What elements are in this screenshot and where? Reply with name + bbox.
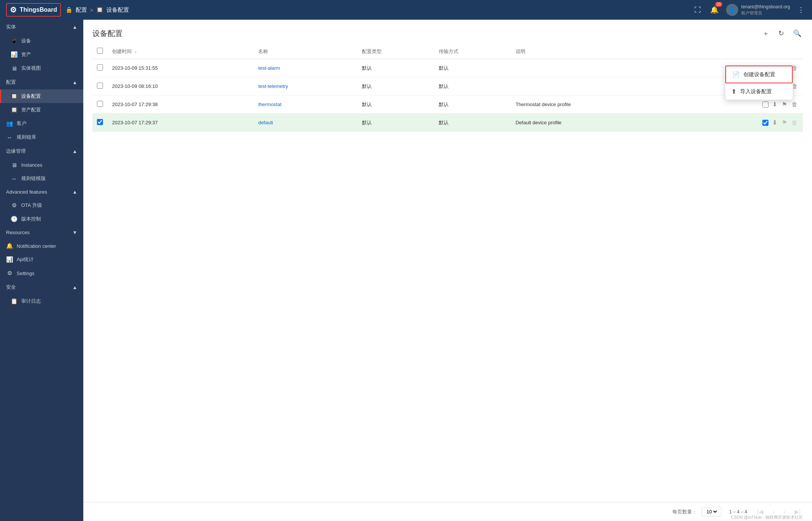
sidebar-section-security[interactable]: 安全 ▲ (0, 280, 83, 294)
sidebar-item-ota-label: OTA 升级 (21, 202, 42, 209)
sidebar-item-entity-view-label: 实体视图 (21, 65, 41, 72)
search-button[interactable]: 🔍 (792, 28, 803, 39)
watermark: CSDN @IoTHub - 物联网开源技术社区 (731, 515, 803, 520)
per-page-select[interactable]: 10 25 50 (705, 508, 718, 515)
sidebar-item-rule-chains[interactable]: ↔ 规则链库 (0, 130, 83, 144)
sidebar-section-edge[interactable]: 边缘管理 ▲ (0, 144, 83, 158)
row-created-at-3: 2023-10-07 17:29:37 (108, 114, 254, 132)
device-profile-table: 创建时间 ↓ 名称 配置类型 传输方式 说明 2023-10-09 15:31:… (92, 44, 803, 132)
dropdown-item-create-label: 创建设备配置 (743, 71, 775, 78)
row-transport-0: 默认 (434, 59, 511, 77)
row-download-btn-3[interactable]: ⬇ (771, 118, 778, 127)
table-row: 2023-10-07 17:29:37 default 默认 默认 Defaul… (92, 114, 803, 132)
user-email: tenant@thingsboard.org (741, 4, 790, 10)
row-config-type-3: 默认 (357, 114, 434, 132)
row-delete-btn-2[interactable]: 🗑 (791, 100, 798, 109)
logo-text: ThingsBoard (20, 6, 57, 13)
rule-chain-template-icon: ↔ (11, 175, 17, 182)
row-default-checkbox-2[interactable] (762, 102, 768, 108)
content-area: 设备配置 ＋ ↻ 🔍 创建时间 ↓ (83, 20, 812, 521)
sidebar-item-customers[interactable]: 👥 客户 (0, 117, 83, 130)
page-title: 设备配置 (92, 28, 123, 39)
sidebar-item-api-stats[interactable]: 📊 Api统计 (0, 253, 83, 266)
logo-icon: ⚙ (10, 5, 17, 14)
sidebar-item-api-stats-label: Api统计 (17, 256, 34, 263)
sidebar-item-notification-center[interactable]: 🔔 Notification center (0, 239, 83, 253)
sidebar-section-entities[interactable]: 实体 ▲ (0, 20, 83, 34)
row-checkbox-cell (92, 95, 108, 114)
sidebar-item-ota[interactable]: ⚙ OTA 升级 (0, 199, 83, 212)
sidebar-item-audit-log[interactable]: 📋 审计日志 (0, 294, 83, 308)
row-name-0[interactable]: test-alarm (254, 59, 357, 77)
user-info: 👤 tenant@thingsboard.org 租户管理员 (726, 4, 790, 16)
notification-wrapper: 🔔 20 (709, 4, 720, 16)
api-stats-icon: 📊 (6, 256, 13, 263)
row-actions-3: ⬇ ⚑ 🗑 (683, 114, 803, 132)
select-all-checkbox[interactable] (97, 48, 103, 54)
sidebar-item-asset-profile[interactable]: 🔲 资产配置 (0, 103, 83, 117)
sidebar-item-settings-label: Settings (17, 271, 34, 276)
more-menu-button[interactable]: ⋮ (796, 4, 806, 16)
add-button[interactable]: ＋ (761, 27, 771, 39)
notification-center-icon: 🔔 (6, 243, 13, 249)
row-default-checkbox-3[interactable] (762, 120, 768, 126)
sidebar-item-version-control[interactable]: 🕐 版本控制 (0, 212, 83, 226)
pagination-info: 1－4－4 (729, 508, 747, 515)
row-name-1[interactable]: test-telemetry (254, 77, 357, 95)
sidebar-item-entity-view[interactable]: 🖥 实体视图 (0, 61, 83, 75)
logo[interactable]: ⚙ ThingsBoard (6, 3, 61, 17)
sidebar-item-settings[interactable]: ⚙ Settings (0, 266, 83, 280)
settings-icon: ⚙ (6, 270, 13, 277)
sidebar-item-instances[interactable]: 🖥 Instances (0, 158, 83, 172)
table-row: 2023-10-09 15:31:55 test-alarm 默认 默认 ⬇ ⚑… (92, 59, 803, 77)
sidebar-section-resources-chevron: ▼ (72, 230, 77, 235)
header-transport: 传输方式 (434, 44, 511, 59)
row-flag-btn-3[interactable]: ⚑ (781, 118, 788, 127)
row-config-type-2: 默认 (357, 95, 434, 114)
sidebar-item-rule-chain-template[interactable]: ↔ 规则链模版 (0, 172, 83, 185)
dropdown-menu: 📄 创建设备配置 ⬆ 导入设备配置 (725, 65, 793, 100)
version-control-icon: 🕐 (11, 216, 17, 222)
sidebar-section-resources[interactable]: Resources ▼ (0, 226, 83, 239)
refresh-button[interactable]: ↻ (777, 28, 786, 39)
sidebar-item-customers-label: 客户 (17, 120, 26, 127)
row-download-btn-2[interactable]: ⬇ (771, 100, 778, 109)
breadcrumb-separator: > (90, 7, 94, 13)
row-created-at-0: 2023-10-09 15:31:55 (108, 59, 254, 77)
instances-icon: 🖥 (11, 162, 17, 168)
row-created-at-2: 2023-10-07 17:29:38 (108, 95, 254, 114)
breadcrumb-label-1[interactable]: 配置 (76, 6, 87, 14)
row-description-0 (511, 59, 683, 77)
entity-view-icon: 🖥 (11, 65, 17, 72)
ota-icon: ⚙ (11, 202, 17, 209)
sidebar-section-entities-chevron: ▲ (72, 24, 77, 30)
sidebar-item-assets-label: 资产 (21, 51, 31, 58)
row-checkbox-cell (92, 77, 108, 95)
fullscreen-button[interactable]: ⛶ (693, 5, 703, 16)
per-page-wrapper[interactable]: 10 25 50 (701, 507, 722, 516)
breadcrumb-label-2[interactable]: 设备配置 (106, 6, 129, 14)
sidebar-item-devices-label: 设备 (21, 38, 31, 44)
row-checkbox-3[interactable] (97, 119, 103, 125)
sidebar-item-rule-chain-template-label: 规则链模版 (21, 175, 46, 182)
row-checkbox-0[interactable] (97, 64, 103, 70)
sidebar-item-devices[interactable]: 📱 设备 (0, 34, 83, 48)
dropdown-item-create[interactable]: 📄 创建设备配置 (725, 66, 793, 83)
header-created-at[interactable]: 创建时间 ↓ (108, 44, 254, 59)
audit-log-icon: 📋 (11, 298, 17, 305)
row-name-2[interactable]: thermostat (254, 95, 357, 114)
row-flag-btn-2[interactable]: ⚑ (781, 100, 788, 109)
row-checkbox-1[interactable] (97, 83, 103, 89)
main-layout: 实体 ▲ 📱 设备 📊 资产 🖥 实体视图 配置 ▲ 🔲 设备配置 🔲 资产配置 (0, 20, 812, 521)
dropdown-item-import[interactable]: ⬆ 导入设备配置 (725, 83, 793, 100)
row-checkbox-2[interactable] (97, 101, 103, 107)
row-name-3[interactable]: default (254, 114, 357, 132)
sidebar-item-device-profile[interactable]: 🔲 设备配置 (0, 89, 83, 103)
top-header: ⚙ ThingsBoard 🔒 配置 > 🔲 设备配置 ⛶ 🔔 20 👤 ten… (0, 0, 812, 20)
sidebar-section-advanced[interactable]: Advanced features ▲ (0, 185, 83, 199)
sidebar-item-assets[interactable]: 📊 资产 (0, 48, 83, 61)
sidebar-section-config[interactable]: 配置 ▲ (0, 75, 83, 89)
header-left: ⚙ ThingsBoard 🔒 配置 > 🔲 设备配置 (6, 3, 129, 17)
rule-chains-icon: ↔ (6, 134, 13, 141)
row-checkbox-cell (92, 114, 108, 132)
